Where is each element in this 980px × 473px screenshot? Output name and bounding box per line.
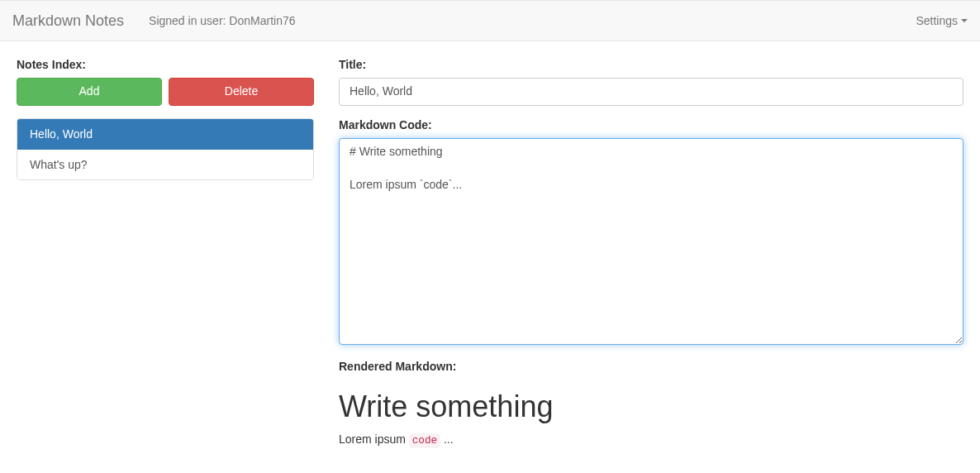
add-button[interactable]: Add xyxy=(17,78,162,106)
markdown-label: Markdown Code: xyxy=(339,118,963,131)
note-item[interactable]: What's up? xyxy=(17,150,313,179)
main-editor: Title: Markdown Code: # Write something … xyxy=(339,58,963,459)
rendered-heading: Write something xyxy=(339,389,963,424)
signed-in-text: Signed in user: DonMartin76 xyxy=(149,14,295,27)
markdown-textarea[interactable]: # Write something Lorem ipsum `code`... xyxy=(339,138,963,345)
rendered-code: code xyxy=(409,433,440,448)
title-label: Title: xyxy=(339,58,963,71)
rendered-label: Rendered Markdown: xyxy=(339,360,963,373)
caret-down-icon xyxy=(961,19,968,22)
title-input[interactable] xyxy=(339,78,963,106)
notes-list: Hello, World What's up? xyxy=(17,118,314,180)
notes-index-label: Notes Index: xyxy=(17,58,314,71)
navbar: Markdown Notes Signed in user: DonMartin… xyxy=(0,0,980,41)
rendered-output: Write something Lorem ipsum code ... xyxy=(339,389,963,447)
settings-dropdown[interactable]: Settings xyxy=(916,14,968,27)
note-item[interactable]: Hello, World xyxy=(17,119,313,150)
rendered-paragraph: Lorem ipsum code ... xyxy=(339,432,963,447)
app-brand[interactable]: Markdown Notes xyxy=(12,12,136,30)
sidebar: Notes Index: Add Delete Hello, World Wha… xyxy=(17,58,314,459)
delete-button[interactable]: Delete xyxy=(169,78,314,106)
